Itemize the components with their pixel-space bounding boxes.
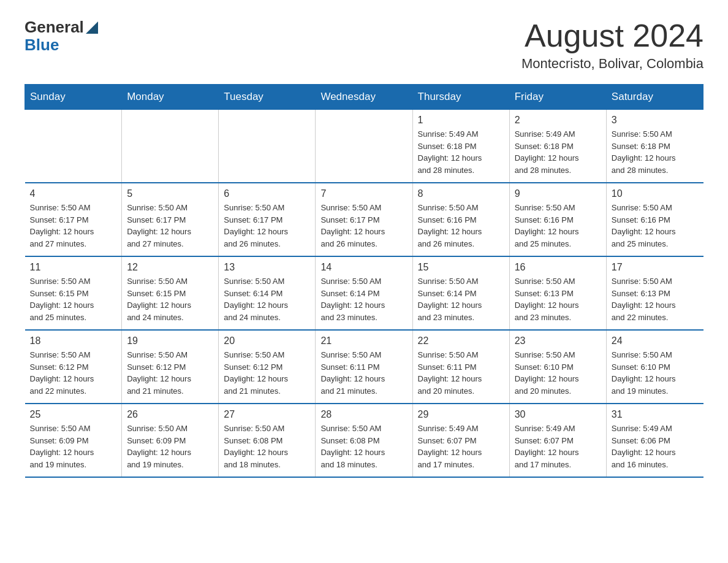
calendar-cell: 15Sunrise: 5:50 AMSunset: 6:14 PMDayligh… (412, 256, 509, 330)
day-number: 1 (418, 115, 504, 126)
calendar-cell: 26Sunrise: 5:50 AMSunset: 6:09 PMDayligh… (122, 404, 219, 477)
day-info: Sunrise: 5:49 AMSunset: 6:07 PMDaylight:… (418, 423, 504, 470)
day-number: 24 (612, 335, 699, 347)
calendar-cell: 9Sunrise: 5:50 AMSunset: 6:16 PMDaylight… (509, 183, 606, 256)
header-friday: Friday (509, 85, 606, 110)
calendar-cell: 31Sunrise: 5:49 AMSunset: 6:06 PMDayligh… (606, 404, 703, 477)
calendar-cell: 28Sunrise: 5:50 AMSunset: 6:08 PMDayligh… (316, 404, 412, 477)
day-number: 5 (127, 188, 213, 199)
day-number: 13 (224, 262, 310, 273)
calendar-cell: 12Sunrise: 5:50 AMSunset: 6:15 PMDayligh… (122, 256, 219, 330)
calendar-cell: 24Sunrise: 5:50 AMSunset: 6:10 PMDayligh… (606, 330, 703, 404)
day-info: Sunrise: 5:50 AMSunset: 6:16 PMDaylight:… (418, 202, 504, 250)
day-number: 11 (30, 262, 117, 273)
day-info: Sunrise: 5:50 AMSunset: 6:16 PMDaylight:… (612, 202, 699, 250)
header-saturday: Saturday (606, 85, 703, 110)
calendar-cell: 8Sunrise: 5:50 AMSunset: 6:16 PMDaylight… (412, 183, 509, 256)
calendar-cell: 29Sunrise: 5:49 AMSunset: 6:07 PMDayligh… (412, 404, 509, 477)
day-info: Sunrise: 5:50 AMSunset: 6:13 PMDaylight:… (612, 275, 699, 323)
day-info: Sunrise: 5:50 AMSunset: 6:17 PMDaylight:… (30, 202, 117, 250)
day-number: 23 (515, 335, 601, 347)
calendar-cell: 14Sunrise: 5:50 AMSunset: 6:14 PMDayligh… (316, 256, 412, 330)
day-info: Sunrise: 5:50 AMSunset: 6:10 PMDaylight:… (515, 349, 601, 397)
day-info: Sunrise: 5:50 AMSunset: 6:08 PMDaylight:… (224, 423, 310, 470)
calendar-cell: 16Sunrise: 5:50 AMSunset: 6:13 PMDayligh… (509, 256, 606, 330)
week-row-4: 18Sunrise: 5:50 AMSunset: 6:12 PMDayligh… (25, 330, 703, 404)
calendar-cell: 23Sunrise: 5:50 AMSunset: 6:10 PMDayligh… (509, 330, 606, 404)
calendar-cell: 11Sunrise: 5:50 AMSunset: 6:15 PMDayligh… (25, 256, 122, 330)
day-number: 7 (320, 188, 407, 199)
day-info: Sunrise: 5:50 AMSunset: 6:11 PMDaylight:… (320, 349, 407, 397)
logo-general-text: General (25, 18, 84, 36)
page-header: General Blue August 2024 Montecristo, Bo… (25, 18, 703, 72)
calendar-cell: 10Sunrise: 5:50 AMSunset: 6:16 PMDayligh… (606, 183, 703, 256)
day-info: Sunrise: 5:50 AMSunset: 6:12 PMDaylight:… (224, 349, 310, 397)
day-number: 28 (320, 409, 407, 420)
calendar-cell: 5Sunrise: 5:50 AMSunset: 6:17 PMDaylight… (122, 183, 219, 256)
day-info: Sunrise: 5:50 AMSunset: 6:18 PMDaylight:… (612, 128, 699, 176)
header-monday: Monday (122, 85, 219, 110)
day-info: Sunrise: 5:50 AMSunset: 6:12 PMDaylight:… (127, 349, 213, 397)
calendar-cell: 22Sunrise: 5:50 AMSunset: 6:11 PMDayligh… (412, 330, 509, 404)
day-number: 2 (515, 115, 601, 126)
calendar-cell: 7Sunrise: 5:50 AMSunset: 6:17 PMDaylight… (316, 183, 412, 256)
calendar-cell (316, 110, 412, 183)
day-number: 6 (224, 188, 310, 199)
day-number: 16 (515, 262, 601, 273)
calendar-cell: 27Sunrise: 5:50 AMSunset: 6:08 PMDayligh… (219, 404, 316, 477)
calendar-cell (122, 110, 219, 183)
calendar-cell: 2Sunrise: 5:49 AMSunset: 6:18 PMDaylight… (509, 110, 606, 183)
day-info: Sunrise: 5:49 AMSunset: 6:18 PMDaylight:… (515, 128, 601, 176)
day-info: Sunrise: 5:50 AMSunset: 6:11 PMDaylight:… (418, 349, 504, 397)
day-number: 27 (224, 409, 310, 420)
calendar-cell: 25Sunrise: 5:50 AMSunset: 6:09 PMDayligh… (25, 404, 122, 477)
day-number: 25 (30, 409, 117, 420)
calendar-cell: 19Sunrise: 5:50 AMSunset: 6:12 PMDayligh… (122, 330, 219, 404)
day-info: Sunrise: 5:50 AMSunset: 6:13 PMDaylight:… (515, 275, 601, 323)
location-title: Montecristo, Bolivar, Colombia (521, 56, 703, 72)
day-number: 18 (30, 335, 117, 347)
day-number: 4 (30, 188, 117, 199)
calendar-cell: 6Sunrise: 5:50 AMSunset: 6:17 PMDaylight… (219, 183, 316, 256)
day-number: 20 (224, 335, 310, 347)
day-info: Sunrise: 5:50 AMSunset: 6:08 PMDaylight:… (320, 423, 407, 470)
month-title: August 2024 (521, 18, 703, 53)
logo-triangle-icon (86, 21, 98, 34)
header-thursday: Thursday (412, 85, 509, 110)
calendar-cell: 13Sunrise: 5:50 AMSunset: 6:14 PMDayligh… (219, 256, 316, 330)
calendar-cell: 3Sunrise: 5:50 AMSunset: 6:18 PMDaylight… (606, 110, 703, 183)
day-info: Sunrise: 5:50 AMSunset: 6:15 PMDaylight:… (30, 275, 117, 323)
day-info: Sunrise: 5:50 AMSunset: 6:16 PMDaylight:… (515, 202, 601, 250)
day-info: Sunrise: 5:50 AMSunset: 6:09 PMDaylight:… (127, 423, 213, 470)
day-info: Sunrise: 5:50 AMSunset: 6:09 PMDaylight:… (30, 423, 117, 470)
week-row-1: 1Sunrise: 5:49 AMSunset: 6:18 PMDaylight… (25, 110, 703, 183)
calendar-cell: 4Sunrise: 5:50 AMSunset: 6:17 PMDaylight… (25, 183, 122, 256)
header-tuesday: Tuesday (219, 85, 316, 110)
calendar-table: SundayMondayTuesdayWednesdayThursdayFrid… (25, 84, 703, 478)
day-info: Sunrise: 5:50 AMSunset: 6:14 PMDaylight:… (320, 275, 407, 323)
calendar-header-row: SundayMondayTuesdayWednesdayThursdayFrid… (25, 85, 703, 110)
calendar-cell: 20Sunrise: 5:50 AMSunset: 6:12 PMDayligh… (219, 330, 316, 404)
calendar-cell: 17Sunrise: 5:50 AMSunset: 6:13 PMDayligh… (606, 256, 703, 330)
day-info: Sunrise: 5:50 AMSunset: 6:10 PMDaylight:… (612, 349, 699, 397)
day-number: 31 (612, 409, 699, 420)
day-number: 29 (418, 409, 504, 420)
day-number: 30 (515, 409, 601, 420)
day-number: 14 (320, 262, 407, 273)
calendar-cell: 30Sunrise: 5:49 AMSunset: 6:07 PMDayligh… (509, 404, 606, 477)
day-number: 15 (418, 262, 504, 273)
week-row-3: 11Sunrise: 5:50 AMSunset: 6:15 PMDayligh… (25, 256, 703, 330)
header-wednesday: Wednesday (316, 85, 412, 110)
day-number: 8 (418, 188, 504, 199)
day-number: 10 (612, 188, 699, 199)
day-number: 12 (127, 262, 213, 273)
title-section: August 2024 Montecristo, Bolivar, Colomb… (521, 18, 703, 72)
day-number: 3 (612, 115, 699, 126)
week-row-2: 4Sunrise: 5:50 AMSunset: 6:17 PMDaylight… (25, 183, 703, 256)
day-number: 26 (127, 409, 213, 420)
day-info: Sunrise: 5:50 AMSunset: 6:17 PMDaylight:… (320, 202, 407, 250)
logo: General Blue (25, 18, 98, 53)
calendar-cell: 21Sunrise: 5:50 AMSunset: 6:11 PMDayligh… (316, 330, 412, 404)
day-info: Sunrise: 5:49 AMSunset: 6:07 PMDaylight:… (515, 423, 601, 470)
day-number: 17 (612, 262, 699, 273)
